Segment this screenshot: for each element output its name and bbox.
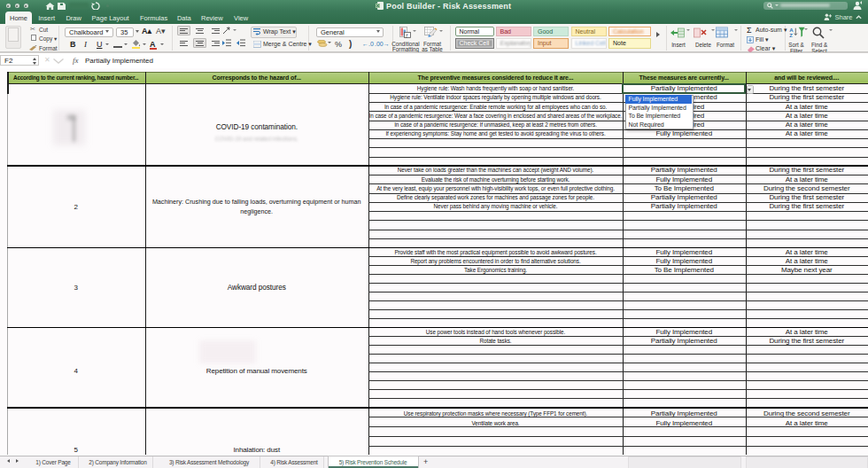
svg-text:A: A [789, 27, 794, 32]
svg-text:Z: Z [789, 33, 793, 38]
svg-text:ƒ: ƒ [406, 33, 408, 38]
